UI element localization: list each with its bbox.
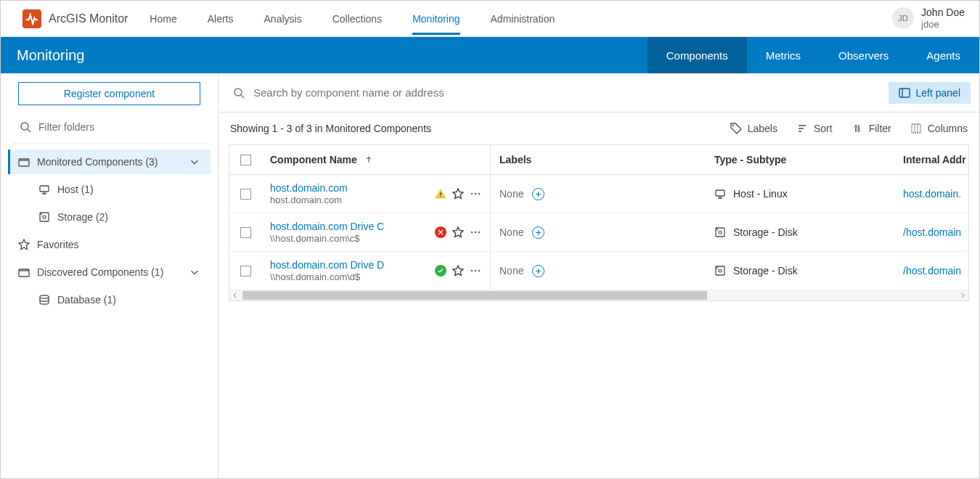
topnav-home[interactable]: Home [150,3,176,35]
columns-icon [910,123,922,134]
user-login: jdoe [921,19,965,30]
favorite-star-icon[interactable] [452,265,464,277]
label-value: None [499,265,523,277]
label-value: None [499,188,523,200]
tag-icon [730,123,742,134]
user-menu[interactable]: JD John Doe jdoe [892,7,965,30]
add-label-button[interactable] [532,226,544,239]
scroll-right-icon[interactable] [957,290,968,300]
more-actions-icon[interactable] [470,265,481,277]
type-value: Storage - Disk [733,226,798,238]
internal-address-link[interactable]: host.domain. [903,188,961,200]
folder-icon [18,266,30,278]
storage-icon [38,211,50,223]
component-link[interactable]: host.domain.com Drive D [270,259,384,271]
chevron-down-icon[interactable] [189,266,200,278]
add-label-button[interactable] [532,265,544,277]
search-icon [20,121,31,133]
scroll-left-icon[interactable] [229,290,241,300]
favorite-star-icon[interactable] [452,188,464,200]
more-actions-icon[interactable] [470,188,481,200]
filter-folders-input[interactable]: Filter folders [8,115,211,139]
component-address: \\host.domain.com\d$ [270,271,384,282]
select-all-checkbox[interactable] [240,155,251,165]
storage-icon [714,226,726,238]
arrow-up-icon [363,154,375,165]
tab-agents[interactable]: Agents [907,37,979,73]
add-label-button[interactable] [532,188,544,200]
internal-address-link[interactable]: /host.domain [903,226,961,238]
table-row: host.domain.com Drive D\\host.domain.com… [229,252,968,290]
sidebar: Register component Filter folders Monito… [1,73,219,478]
brand-logo-icon [23,9,41,28]
columns-action[interactable]: Columns [910,123,968,134]
more-actions-icon[interactable] [470,226,481,238]
folder-storage[interactable]: Storage (2) [8,205,211,229]
topnav-alerts[interactable]: Alerts [208,3,234,35]
database-icon [38,294,50,306]
tab-observers[interactable]: Observers [820,37,907,73]
left-panel-button[interactable]: Left panel [889,82,971,104]
star-icon [18,239,30,250]
table-row: host.domain.com Drive C\\host.domain.com… [229,213,968,252]
sort-icon [796,123,808,134]
component-address: host.domain.com [270,195,348,205]
folder-host[interactable]: Host (1) [8,177,211,202]
page-header: Monitoring ComponentsMetricsObserversAge… [1,37,979,73]
component-address: \\host.domain.com\c$ [270,233,384,244]
avatar: JD [892,7,914,29]
host-icon [38,184,50,195]
host-icon [714,188,726,200]
favorite-star-icon[interactable] [452,226,464,238]
status-ok-icon [435,265,446,277]
component-link[interactable]: host.domain.com [270,182,348,194]
label-value: None [499,226,523,238]
topnav-collections[interactable]: Collections [332,3,382,35]
row-checkbox[interactable] [240,266,251,277]
storage-icon [714,265,726,277]
search-icon [233,87,245,99]
brand[interactable]: ArcGIS Monitor [23,9,128,28]
labels-action[interactable]: Labels [730,123,777,134]
topnav-monitoring[interactable]: Monitoring [412,3,460,35]
row-checkbox[interactable] [240,189,251,200]
folder-discovered-components[interactable]: Discovered Components (1) [8,260,211,284]
scroll-thumb[interactable] [242,291,707,300]
folder-database[interactable]: Database (1) [8,287,211,312]
folder-monitored-components[interactable]: Monitored Components (3) [8,150,211,174]
status-err-icon [435,226,446,238]
col-type[interactable]: Type - Subtype [706,145,894,174]
folder-favorites[interactable]: Favorites [8,232,211,257]
sort-action[interactable]: Sort [796,123,833,134]
user-name: John Doe [921,7,965,19]
top-nav: ArcGIS Monitor HomeAlertsAnalysisCollect… [1,1,979,37]
brand-text: ArcGIS Monitor [49,12,128,25]
filter-action[interactable]: Filter [852,123,891,134]
filter-icon [852,123,863,134]
col-labels[interactable]: Labels [491,145,706,174]
col-component-name[interactable]: Component Name [261,145,491,174]
panel-icon [899,87,910,99]
internal-address-link[interactable]: /host.domain [903,265,961,277]
horizontal-scrollbar[interactable] [229,290,968,300]
topnav-analysis[interactable]: Analysis [264,3,302,35]
tab-metrics[interactable]: Metrics [747,37,820,73]
tab-components[interactable]: Components [648,37,747,73]
main-panel: Left panel Showing 1 - 3 of 3 in Monitor… [219,73,979,478]
search-input[interactable] [227,86,880,99]
type-value: Host - Linux [733,188,788,200]
components-table: Component Name Labels Type - Subtype Int… [229,144,969,301]
register-component-button[interactable]: Register component [18,82,200,105]
page-title: Monitoring [17,47,84,64]
results-count: Showing 1 - 3 of 3 in Monitored Componen… [230,123,431,134]
chevron-down-icon[interactable] [189,156,200,168]
col-internal-address[interactable]: Internal Addr [894,145,969,174]
status-warn-icon [435,188,446,200]
component-link[interactable]: host.domain.com Drive C [270,221,384,232]
folder-icon [18,156,30,168]
topnav-administration[interactable]: Administration [491,3,555,35]
type-value: Storage - Disk [733,265,798,277]
table-row: host.domain.comhost.domain.comNoneHost -… [229,175,968,213]
row-checkbox[interactable] [240,227,251,238]
